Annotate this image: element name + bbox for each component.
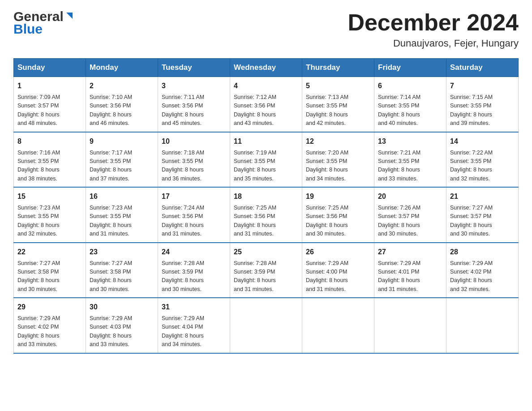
calendar-day-cell: 30 Sunrise: 7:29 AM Sunset: 4:03 PM Dayl… [86, 298, 158, 353]
day-info: Sunrise: 7:29 AM Sunset: 4:02 PM Dayligh… [17, 314, 82, 349]
logo: General Blue [13, 9, 74, 37]
calendar-day-cell: 16 Sunrise: 7:23 AM Sunset: 3:55 PM Dayl… [86, 187, 158, 243]
calendar-day-cell: 2 Sunrise: 7:10 AM Sunset: 3:56 PM Dayli… [86, 77, 158, 132]
day-number: 2 [90, 81, 154, 91]
day-number: 16 [90, 191, 154, 202]
day-number: 4 [234, 81, 298, 91]
calendar-day-cell: 25 Sunrise: 7:28 AM Sunset: 3:59 PM Dayl… [230, 243, 302, 298]
day-info: Sunrise: 7:24 AM Sunset: 3:56 PM Dayligh… [162, 204, 226, 239]
calendar-table: SundayMondayTuesdayWednesdayThursdayFrid… [13, 58, 519, 354]
calendar-body: 1 Sunrise: 7:09 AM Sunset: 3:57 PM Dayli… [14, 77, 519, 353]
calendar-day-cell: 28 Sunrise: 7:29 AM Sunset: 4:02 PM Dayl… [446, 243, 519, 298]
day-info: Sunrise: 7:27 AM Sunset: 3:57 PM Dayligh… [450, 204, 515, 239]
day-number: 24 [162, 247, 226, 257]
day-of-week-header: Sunday [14, 59, 86, 77]
title-area: December 2024 Dunaujvaros, Fejer, Hungar… [348, 9, 519, 49]
day-info: Sunrise: 7:17 AM Sunset: 3:55 PM Dayligh… [90, 149, 154, 184]
day-number: 8 [17, 136, 82, 147]
page-subtitle: Dunaujvaros, Fejer, Hungary [348, 38, 519, 49]
calendar-day-cell: 19 Sunrise: 7:25 AM Sunset: 3:56 PM Dayl… [302, 187, 374, 243]
day-number: 22 [17, 247, 82, 257]
calendar-day-cell: 13 Sunrise: 7:21 AM Sunset: 3:55 PM Dayl… [374, 132, 446, 188]
calendar-day-cell [374, 298, 446, 353]
day-info: Sunrise: 7:28 AM Sunset: 3:59 PM Dayligh… [234, 259, 298, 294]
days-of-week-row: SundayMondayTuesdayWednesdayThursdayFrid… [14, 59, 519, 77]
calendar-day-cell: 5 Sunrise: 7:13 AM Sunset: 3:55 PM Dayli… [302, 77, 374, 132]
day-of-week-header: Tuesday [158, 59, 230, 77]
day-of-week-header: Saturday [446, 59, 519, 77]
calendar-day-cell: 29 Sunrise: 7:29 AM Sunset: 4:02 PM Dayl… [14, 298, 86, 353]
day-of-week-header: Monday [86, 59, 158, 77]
day-info: Sunrise: 7:23 AM Sunset: 3:55 PM Dayligh… [17, 204, 82, 239]
day-number: 5 [306, 81, 370, 91]
day-number: 18 [234, 191, 298, 202]
day-info: Sunrise: 7:20 AM Sunset: 3:55 PM Dayligh… [306, 149, 370, 184]
day-info: Sunrise: 7:29 AM Sunset: 4:00 PM Dayligh… [306, 259, 370, 294]
day-info: Sunrise: 7:26 AM Sunset: 3:57 PM Dayligh… [378, 204, 442, 239]
day-info: Sunrise: 7:12 AM Sunset: 3:56 PM Dayligh… [234, 93, 298, 128]
calendar-day-cell: 24 Sunrise: 7:28 AM Sunset: 3:59 PM Dayl… [158, 243, 230, 298]
day-info: Sunrise: 7:18 AM Sunset: 3:55 PM Dayligh… [162, 149, 226, 184]
page-header: General Blue December 2024 Dunaujvaros, … [13, 9, 519, 49]
page-title: December 2024 [348, 9, 519, 36]
day-info: Sunrise: 7:25 AM Sunset: 3:56 PM Dayligh… [306, 204, 370, 239]
calendar-day-cell: 26 Sunrise: 7:29 AM Sunset: 4:00 PM Dayl… [302, 243, 374, 298]
day-info: Sunrise: 7:19 AM Sunset: 3:55 PM Dayligh… [234, 149, 298, 184]
day-number: 3 [162, 81, 226, 91]
day-number: 12 [306, 136, 370, 147]
day-number: 30 [90, 302, 154, 313]
day-info: Sunrise: 7:28 AM Sunset: 3:59 PM Dayligh… [162, 259, 226, 294]
calendar-day-cell: 27 Sunrise: 7:29 AM Sunset: 4:01 PM Dayl… [374, 243, 446, 298]
calendar-day-cell: 6 Sunrise: 7:14 AM Sunset: 3:55 PM Dayli… [374, 77, 446, 132]
day-number: 25 [234, 247, 298, 257]
day-number: 26 [306, 247, 370, 257]
day-number: 29 [17, 302, 82, 313]
day-number: 11 [234, 136, 298, 147]
calendar-day-cell: 4 Sunrise: 7:12 AM Sunset: 3:56 PM Dayli… [230, 77, 302, 132]
day-of-week-header: Wednesday [230, 59, 302, 77]
day-number: 10 [162, 136, 226, 147]
calendar-day-cell: 11 Sunrise: 7:19 AM Sunset: 3:55 PM Dayl… [230, 132, 302, 188]
day-number: 14 [450, 136, 515, 147]
calendar-week-row: 22 Sunrise: 7:27 AM Sunset: 3:58 PM Dayl… [14, 243, 519, 298]
day-info: Sunrise: 7:29 AM Sunset: 4:04 PM Dayligh… [162, 314, 226, 349]
calendar-day-cell: 15 Sunrise: 7:23 AM Sunset: 3:55 PM Dayl… [14, 187, 86, 243]
svg-marker-0 [66, 13, 73, 19]
calendar-header: SundayMondayTuesdayWednesdayThursdayFrid… [14, 59, 519, 77]
day-of-week-header: Thursday [302, 59, 374, 77]
calendar-day-cell: 18 Sunrise: 7:25 AM Sunset: 3:56 PM Dayl… [230, 187, 302, 243]
day-info: Sunrise: 7:27 AM Sunset: 3:58 PM Dayligh… [90, 259, 154, 294]
calendar-week-row: 1 Sunrise: 7:09 AM Sunset: 3:57 PM Dayli… [14, 77, 519, 132]
calendar-day-cell: 20 Sunrise: 7:26 AM Sunset: 3:57 PM Dayl… [374, 187, 446, 243]
day-info: Sunrise: 7:22 AM Sunset: 3:55 PM Dayligh… [450, 149, 515, 184]
calendar-week-row: 29 Sunrise: 7:29 AM Sunset: 4:02 PM Dayl… [14, 298, 519, 353]
day-number: 9 [90, 136, 154, 147]
day-number: 27 [378, 247, 442, 257]
calendar-day-cell: 21 Sunrise: 7:27 AM Sunset: 3:57 PM Dayl… [446, 187, 519, 243]
day-info: Sunrise: 7:11 AM Sunset: 3:56 PM Dayligh… [162, 93, 226, 128]
day-number: 7 [450, 81, 515, 91]
calendar-day-cell [302, 298, 374, 353]
day-info: Sunrise: 7:13 AM Sunset: 3:55 PM Dayligh… [306, 93, 370, 128]
day-number: 6 [378, 81, 442, 91]
day-info: Sunrise: 7:27 AM Sunset: 3:58 PM Dayligh… [17, 259, 82, 294]
logo-triangle-icon [64, 11, 74, 21]
calendar-week-row: 8 Sunrise: 7:16 AM Sunset: 3:55 PM Dayli… [14, 132, 519, 188]
day-info: Sunrise: 7:16 AM Sunset: 3:55 PM Dayligh… [17, 149, 82, 184]
calendar-day-cell: 12 Sunrise: 7:20 AM Sunset: 3:55 PM Dayl… [302, 132, 374, 188]
day-of-week-header: Friday [374, 59, 446, 77]
calendar-day-cell [446, 298, 519, 353]
day-info: Sunrise: 7:21 AM Sunset: 3:55 PM Dayligh… [378, 149, 442, 184]
day-number: 20 [378, 191, 442, 202]
calendar-day-cell: 7 Sunrise: 7:15 AM Sunset: 3:55 PM Dayli… [446, 77, 519, 132]
day-number: 1 [17, 81, 82, 91]
day-number: 23 [90, 247, 154, 257]
day-info: Sunrise: 7:25 AM Sunset: 3:56 PM Dayligh… [234, 204, 298, 239]
calendar-day-cell: 22 Sunrise: 7:27 AM Sunset: 3:58 PM Dayl… [14, 243, 86, 298]
day-number: 15 [17, 191, 82, 202]
day-info: Sunrise: 7:14 AM Sunset: 3:55 PM Dayligh… [378, 93, 442, 128]
calendar-day-cell: 17 Sunrise: 7:24 AM Sunset: 3:56 PM Dayl… [158, 187, 230, 243]
day-info: Sunrise: 7:29 AM Sunset: 4:01 PM Dayligh… [378, 259, 442, 294]
day-number: 19 [306, 191, 370, 202]
calendar-day-cell: 10 Sunrise: 7:18 AM Sunset: 3:55 PM Dayl… [158, 132, 230, 188]
